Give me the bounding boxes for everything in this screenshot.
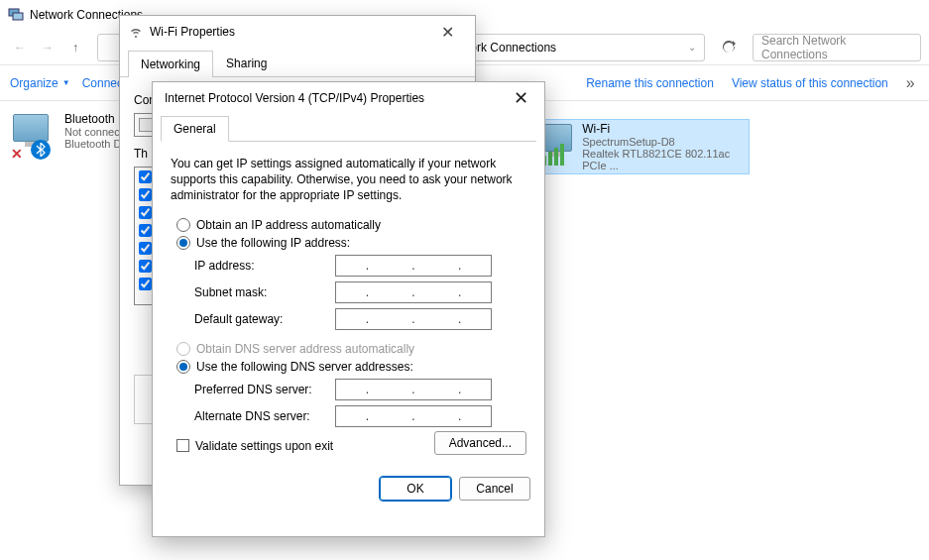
refresh-button[interactable] [715,34,743,61]
svg-rect-1 [13,13,23,20]
dialog-titlebar: Internet Protocol Version 4 (TCP/IPv4) P… [153,82,544,114]
dialog-titlebar: Wi-Fi Properties ✕ [120,16,475,48]
subnet-mask-input[interactable]: ... [335,281,492,303]
bluetooth-badge-icon [31,140,51,160]
tab-bar: Networking Sharing [120,48,475,77]
forward-button[interactable]: → [36,36,59,59]
radio-button[interactable] [176,236,190,250]
protocol-checkbox[interactable] [139,278,152,290]
alternate-dns-label: Alternate DNS server: [194,409,335,423]
radio-button[interactable] [176,218,190,232]
protocol-checkbox[interactable] [139,242,152,255]
wifi-dialog-icon [128,24,144,40]
radio-button [176,342,190,356]
protocol-checkbox[interactable] [139,260,152,273]
dialog-body: You can get IP settings assigned automat… [153,142,544,465]
cancel-button[interactable]: Cancel [459,477,530,501]
description-text: You can get IP settings assigned automat… [171,156,526,204]
alternate-dns-input[interactable]: ... [335,405,492,427]
close-button[interactable]: ✕ [509,87,532,109]
overflow-menu[interactable]: » [906,74,915,92]
organize-menu[interactable]: Organize ▼ [10,76,70,90]
radio-dns-manual[interactable]: Use the following DNS server addresses: [176,360,526,374]
ok-button[interactable]: OK [380,477,451,501]
connection-name: Wi-Fi [582,122,747,136]
view-status-link[interactable]: View status of this connection [732,76,888,90]
protocol-checkbox[interactable] [139,224,152,237]
tab-sharing[interactable]: Sharing [213,50,280,76]
back-button[interactable]: ← [8,36,32,59]
tab-bar: General [153,114,544,142]
advanced-button[interactable]: Advanced... [434,431,526,455]
ip-address-input[interactable]: ... [335,255,492,277]
dialog-buttons: OK Cancel [153,465,544,512]
protocol-checkbox[interactable] [139,188,152,201]
protocol-checkbox[interactable] [139,170,152,183]
subnet-mask-label: Subnet mask: [194,285,335,299]
dns-fields-group: Preferred DNS server: ... Alternate DNS … [194,379,526,427]
dialog-title: Internet Protocol Version 4 (TCP/IPv4) P… [165,91,509,105]
network-icon [8,7,24,23]
radio-ip-manual[interactable]: Use the following IP address: [176,236,526,250]
radio-dns-auto: Obtain DNS server address automatically [176,342,526,356]
adapter-icon [139,118,153,132]
preferred-dns-input[interactable]: ... [335,379,492,400]
connection-status: SpectrumSetup-D8 [582,136,747,148]
protocol-checkbox[interactable] [139,206,152,219]
connection-device: Realtek RTL8821CE 802.11ac PCIe ... [582,148,747,171]
validate-checkbox[interactable] [176,439,189,452]
tab-general[interactable]: General [161,116,229,142]
search-input[interactable]: Search Network Connections [753,34,921,61]
radio-button[interactable] [176,360,190,374]
up-button[interactable]: ↑ [63,36,87,59]
tab-networking[interactable]: Networking [128,51,213,77]
ipv4-properties-dialog: Internet Protocol Version 4 (TCP/IPv4) P… [152,81,545,537]
chevron-down-icon[interactable]: ⌄ [688,42,696,53]
radio-ip-auto[interactable]: Obtain an IP address automatically [176,218,526,232]
rename-connection-link[interactable]: Rename this connection [586,76,714,90]
dialog-title: Wi-Fi Properties [150,25,427,39]
ip-fields-group: IP address: ... Subnet mask: ... Default… [194,255,526,330]
ip-address-label: IP address: [194,259,335,273]
preferred-dns-label: Preferred DNS server: [194,383,335,396]
disconnected-icon: ✕ [11,146,25,160]
connection-item-wifi[interactable]: Wi-Fi SpectrumSetup-D8 Realtek RTL8821CE… [531,119,750,174]
gateway-input[interactable]: ... [335,308,492,330]
gateway-label: Default gateway: [194,312,335,326]
close-button[interactable]: ✕ [427,23,467,42]
bluetooth-icon: ✕ [11,112,58,160]
chevron-down-icon: ▼ [62,78,70,87]
